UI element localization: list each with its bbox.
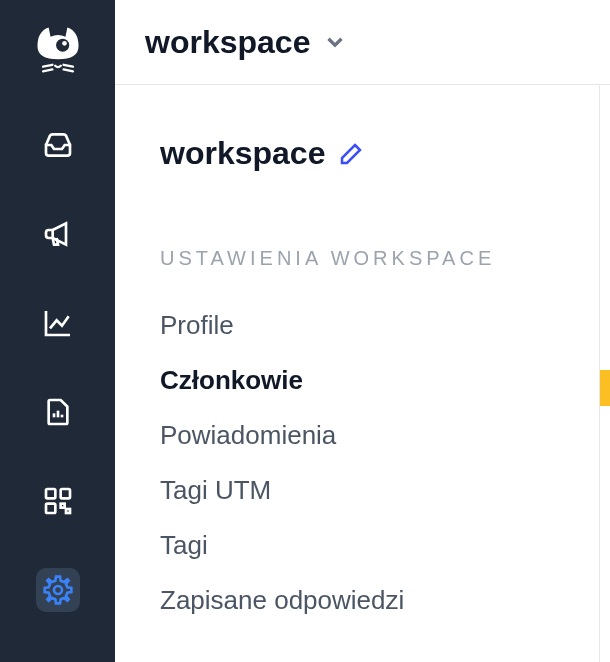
qr-icon [42, 485, 74, 517]
settings-item-profile[interactable]: Profile [160, 298, 554, 353]
svg-rect-9 [46, 489, 55, 498]
workspace-dropdown[interactable]: workspace [145, 24, 348, 61]
settings-section-label: USTAWIENIA WORKSPACE [160, 247, 554, 270]
sidebar-item-analytics[interactable] [36, 301, 80, 345]
sidebar-item-settings[interactable] [36, 568, 80, 612]
sidebar-item-integrations[interactable] [36, 479, 80, 523]
svg-rect-10 [60, 489, 69, 498]
edit-workspace-button[interactable] [339, 142, 363, 166]
svg-line-2 [43, 65, 52, 67]
sidebar-item-announcements[interactable] [36, 212, 80, 256]
svg-point-0 [56, 39, 69, 52]
inbox-icon [42, 129, 74, 161]
svg-rect-13 [66, 509, 70, 513]
settings-item-notifications[interactable]: Powiadomienia [160, 408, 554, 463]
scrollbar-thumb[interactable] [600, 370, 610, 406]
svg-line-3 [43, 69, 52, 71]
settings-list: Profile Członkowie Powiadomienia Tagi UT… [160, 298, 554, 628]
svg-point-1 [62, 41, 67, 46]
workspace-dropdown-label: workspace [145, 24, 310, 61]
main-panel: workspace workspace USTAWIENIA WORKSPACE… [115, 0, 610, 662]
pencil-icon [339, 142, 363, 166]
settings-item-tags[interactable]: Tagi [160, 518, 554, 573]
workspace-name: workspace [160, 135, 325, 172]
settings-item-members[interactable]: Członkowie [160, 353, 554, 408]
header: workspace [115, 0, 610, 85]
svg-rect-11 [46, 504, 55, 513]
settings-content: workspace USTAWIENIA WORKSPACE Profile C… [115, 85, 600, 662]
svg-line-5 [63, 69, 72, 71]
svg-point-14 [54, 586, 62, 594]
settings-item-utm-tags[interactable]: Tagi UTM [160, 463, 554, 518]
svg-line-4 [63, 65, 72, 67]
primary-sidebar [0, 0, 115, 662]
sidebar-item-inbox[interactable] [36, 123, 80, 167]
file-chart-icon [42, 396, 74, 428]
chart-line-icon [42, 307, 74, 339]
workspace-name-row: workspace [160, 135, 554, 172]
chevron-down-icon [322, 29, 348, 55]
sidebar-item-reports[interactable] [36, 390, 80, 434]
app-logo[interactable] [28, 18, 88, 78]
gear-icon [42, 574, 74, 606]
svg-rect-12 [60, 504, 64, 508]
settings-item-saved-replies[interactable]: Zapisane odpowiedzi [160, 573, 554, 628]
megaphone-icon [42, 218, 74, 250]
